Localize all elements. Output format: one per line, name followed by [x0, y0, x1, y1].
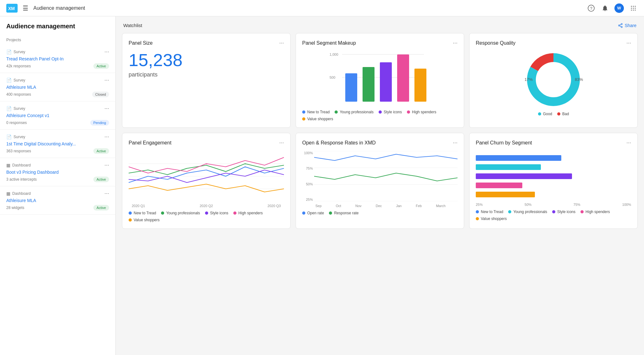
apps-grid-icon[interactable] [629, 4, 638, 13]
survey-name[interactable]: Tread Research Panel Opt-In [6, 56, 109, 61]
rates-xaxis: Sep Oct Nov Dec Jan Feb March [302, 204, 458, 208]
notification-bell-icon[interactable] [601, 4, 609, 13]
churn-bar [476, 164, 541, 170]
x-label: 2020 Q3 [268, 204, 281, 208]
legend-color [476, 217, 479, 220]
survey-icon: 📄 [6, 49, 12, 54]
quality-title: Response Quality [476, 40, 515, 46]
dashboard-name[interactable]: Boot v3 Pricing Dashboard [6, 170, 109, 175]
svg-line-16 [619, 26, 621, 27]
svg-point-11 [633, 9, 634, 10]
more-options-icon[interactable]: ··· [104, 133, 109, 140]
user-avatar[interactable]: W [614, 3, 624, 13]
quality-legend: Good Bad [476, 112, 631, 116]
churn-bar [476, 155, 561, 161]
legend-label: High spenders [586, 210, 610, 214]
churn-title: Panel Churn by Segment [476, 140, 532, 146]
item-type: Survey [14, 106, 25, 111]
svg-text:?: ? [590, 6, 592, 11]
svg-point-13 [621, 23, 622, 25]
churn-bar [476, 173, 572, 179]
sidebar-title: Audience management [0, 23, 115, 35]
svg-point-10 [631, 9, 632, 10]
svg-text:1,000: 1,000 [330, 53, 338, 56]
survey-name[interactable]: Athleisure Concept v1 [6, 113, 109, 118]
legend-color [329, 211, 332, 215]
legend-color [580, 210, 584, 213]
legend-item: High spenders [407, 110, 436, 114]
response-count: 42k responses [6, 64, 31, 68]
churn-bar-row [476, 164, 631, 170]
legend-color [129, 211, 132, 215]
svg-text:500: 500 [330, 76, 335, 79]
survey-name[interactable]: 1st Time Digital Discounting Analy... [6, 141, 109, 146]
card-header: Panel Churn by Segment ··· [476, 139, 631, 146]
more-options-icon[interactable]: ··· [104, 162, 109, 168]
more-options-icon[interactable]: ··· [104, 190, 109, 197]
sidebar: Audience management Projects 📄 Survey ··… [0, 16, 116, 355]
more-options-icon[interactable]: ··· [104, 105, 109, 112]
item-type: Dashboard [12, 191, 31, 196]
response-quality-card: Response Quality ··· 17% 83% [469, 33, 638, 128]
panel-churn-card: Panel Churn by Segment ··· [469, 133, 638, 229]
svg-text:17%: 17% [525, 77, 533, 82]
legend-item: Bad [557, 112, 569, 116]
legend-item: Young professionals [508, 210, 547, 214]
legend-label: Good [543, 112, 552, 116]
panel-segment-card: Panel Segment Makeup ··· 1,000 500 [296, 33, 464, 128]
legend-label: Style icons [557, 210, 575, 214]
xm-logo[interactable]: XM [6, 4, 18, 13]
sidebar-item: ▦ Dashboard ··· Athleisure MLA 28 widget… [0, 186, 115, 215]
x-label: 50% [525, 203, 531, 206]
legend-label: Open rate [307, 211, 324, 215]
engagement-title: Panel Engagement [129, 140, 171, 146]
svg-point-6 [635, 6, 636, 7]
svg-line-17 [619, 24, 621, 25]
legend-item: New to Tread [302, 110, 330, 114]
legend-color [538, 112, 541, 116]
x-label: 75% [574, 203, 580, 206]
svg-point-8 [633, 8, 634, 8]
svg-rect-25 [397, 54, 409, 102]
sidebar-item: 📄 Survey ··· Tread Research Panel Opt-In… [0, 45, 115, 73]
legend-label: Style icons [384, 110, 402, 114]
legend-color [129, 218, 132, 222]
churn-xaxis: 25% 50% 75% 100% [476, 203, 631, 206]
dashboard-name[interactable]: Athleisure MLA [6, 198, 109, 203]
legend-label: Young professionals [340, 110, 374, 114]
x-label: March [436, 204, 446, 208]
panel-size-card: Panel Size ··· 15,238 participants [122, 33, 291, 128]
legend-label: Style icons [210, 211, 228, 215]
legend-label: High spenders [238, 211, 263, 215]
svg-point-7 [631, 8, 632, 8]
engagement-more-icon[interactable]: ··· [279, 139, 284, 146]
panel-size-more-icon[interactable]: ··· [279, 40, 284, 46]
share-button[interactable]: Share [618, 23, 636, 28]
segment-title: Panel Segment Makeup [302, 40, 356, 46]
status-badge: Active [93, 148, 109, 154]
svg-point-9 [635, 8, 636, 8]
engagement-chart [129, 151, 284, 201]
legend-item: Value shoppers [476, 217, 507, 221]
watchlist-header: Watchlist Share [122, 23, 638, 28]
legend-item: Style icons [205, 211, 228, 215]
churn-bar-row [476, 183, 631, 188]
segment-more-icon[interactable]: ··· [453, 40, 458, 46]
rates-more-icon[interactable]: ··· [453, 139, 458, 146]
quality-more-icon[interactable]: ··· [626, 40, 631, 46]
survey-name[interactable]: Athleisure MLA [6, 85, 109, 90]
more-options-icon[interactable]: ··· [104, 77, 109, 83]
dashboard-icon: ▦ [6, 191, 10, 196]
hamburger-menu-icon[interactable]: ☰ [23, 4, 28, 12]
churn-bar-row [476, 155, 631, 161]
help-icon[interactable]: ? [587, 4, 596, 13]
more-options-icon[interactable]: ··· [104, 48, 109, 55]
legend-color [233, 211, 236, 215]
x-label: 25% [476, 203, 483, 206]
legend-color [552, 210, 555, 213]
churn-more-icon[interactable]: ··· [626, 139, 631, 146]
x-label: 2020 Q1 [132, 204, 145, 208]
legend-item: Style icons [379, 110, 402, 114]
x-label: Feb [416, 204, 422, 208]
item-type: Survey [14, 78, 25, 82]
